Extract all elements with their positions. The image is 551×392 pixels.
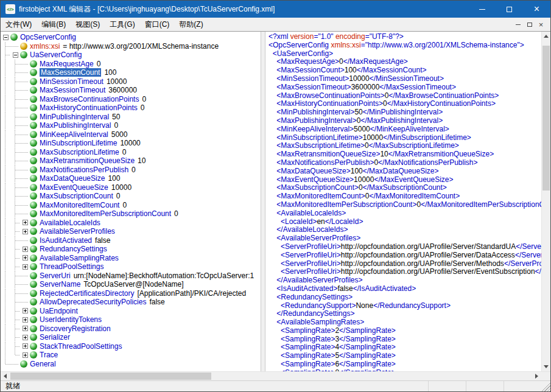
code-line: <?xml version="1.0" encoding="UTF-8"?> [268, 33, 541, 41]
element-icon [30, 175, 37, 182]
panel-splitter[interactable] [261, 32, 265, 371]
tree-item-trace[interactable]: Trace [1, 351, 261, 360]
tree-item-maxsessiontimeout[interactable]: MaxSessionTimeout3600000 [1, 86, 261, 95]
tree-item-availablesamplingrates[interactable]: AvailableSamplingRates [1, 254, 261, 263]
tree-item-servername[interactable]: ServerNameTcOpcUaServer@[NodeName] [1, 280, 261, 289]
menu-item-edit[interactable]: 编辑(B) [37, 18, 71, 32]
code-line: <MaxNotificationsPerPublish>0</MaxNotifi… [268, 159, 541, 167]
tree-guide [1, 360, 10, 369]
expand-icon[interactable] [23, 317, 28, 323]
horizontal-scroll-track[interactable] [10, 372, 532, 380]
mdi-minimize-button[interactable] [512, 19, 524, 30]
code-line: <MaxPublishingInterval>0</MaxPublishingI… [268, 117, 541, 125]
menu-item-file[interactable]: 文件(W) [1, 18, 37, 32]
tree-item-maxretransmitionqueuesize[interactable]: MaxRetransmitionQueueSize10 [1, 156, 261, 166]
expand-icon[interactable] [23, 343, 28, 349]
tree-item-useridentitytokens[interactable]: UserIdentityTokens [1, 315, 261, 324]
tree-item-maxsubscriptioncount[interactable]: MaxSubscriptionCount0 [1, 192, 261, 201]
mdi-restore-button[interactable] [524, 19, 535, 30]
node-value: 100 [104, 68, 116, 77]
node-name: MinSubscriptionLifetime [40, 139, 117, 147]
expand-icon[interactable] [23, 308, 28, 313]
expand-icon[interactable] [23, 247, 28, 252]
close-icon: × [534, 4, 539, 14]
menu-item-window[interactable]: 窗口(C) [140, 18, 175, 32]
close-button[interactable]: × [523, 1, 550, 18]
scroll-right-button[interactable] [532, 372, 541, 380]
node-name: MaxMonitoredItemPerSubscriptionCount [40, 209, 171, 218]
tree-item-minsubscriptionlifetime[interactable]: MinSubscriptionLifetime10000 [1, 139, 261, 148]
horizontal-scroll-thumb[interactable] [10, 373, 211, 380]
vertical-scrollbar[interactable] [541, 32, 550, 371]
scroll-up-button[interactable] [542, 32, 550, 41]
tree-item-stackthreadpoolsettings[interactable]: StackThreadPoolSettings [1, 342, 261, 351]
tree-item-maxpublishinginterval[interactable]: MaxPublishingInterval0 [1, 121, 261, 130]
tree-item-uaserverconfig[interactable]: UaServerConfig [1, 51, 261, 60]
tree-item-serveruri[interactable]: ServerUriurn:[NodeName]:BeckhoffAutomati… [1, 271, 261, 281]
expand-icon[interactable] [23, 264, 28, 270]
node-name: ThreadPoolSettings [40, 262, 104, 271]
tree-guide [1, 68, 10, 77]
tree-item-minpublishinginterval[interactable]: MinPublishingInterval50 [1, 113, 261, 122]
expand-icon[interactable] [23, 352, 28, 358]
tree-item-maxnotificationsperpublish[interactable]: MaxNotificationsPerPublish0 [1, 166, 261, 175]
tree-guide [10, 201, 20, 210]
tree-item-maxeventqueuesize[interactable]: MaxEventQueueSize10000 [1, 183, 261, 192]
scroll-down-button[interactable] [542, 362, 550, 371]
tree-item-serializer[interactable]: Serializer [1, 333, 261, 342]
code-line: <MaxSessionCount>100</MaxSessionCount> [268, 66, 541, 75]
tree-item-rejectedcertificatesdirectory[interactable]: RejectedCertificatesDirectory[Applicatio… [1, 289, 261, 298]
tree-item-xmlns-xsi[interactable]: xmlns:xsi= http://www.w3.org/2001/XMLSch… [1, 42, 261, 51]
tree-item-maxbrowsecontinuationpoints[interactable]: MaxBrowseContinuationPoints0 [1, 95, 261, 104]
menu-item-tools[interactable]: 工具(G) [105, 18, 139, 32]
tree-item-maxmonitoreditemcount[interactable]: MaxMonitoredItemCount0 [1, 201, 261, 210]
menu-item-help[interactable]: 帮助(Z) [174, 18, 208, 32]
tree-guide [10, 315, 20, 324]
tree-item-threadpoolsettings[interactable]: ThreadPoolSettings [1, 262, 261, 271]
tree-item-isauditactivated[interactable]: IsAuditActivatedfalse [1, 236, 261, 245]
xml-tree-panel[interactable]: OpcServerConfigxmlns:xsi= http://www.w3.… [1, 32, 261, 371]
tree-guide [1, 280, 10, 289]
tree-item-maxdataqueuesize[interactable]: MaxDataQueueSize100 [1, 174, 261, 183]
tree-item-maxsubscriptionlifetime[interactable]: MaxSubscriptionLifetime0 [1, 148, 261, 157]
expand-icon[interactable] [23, 335, 28, 340]
tree-item-discoveryregistration[interactable]: DiscoveryRegistration [1, 324, 261, 334]
tree-item-allowdeprecatedsecuritypolicies[interactable]: AllowDeprecatedSecurityPoliciesfalse [1, 298, 261, 307]
tree-item-maxhistorycontinuationpoints[interactable]: MaxHistoryContinuationPoints0 [1, 103, 261, 113]
tree-item-availableserverprofiles[interactable]: AvailableServerProfiles [1, 227, 261, 236]
expand-icon[interactable] [23, 220, 28, 225]
code-line: <LocaleId>en</LocaleId> [268, 218, 541, 226]
minimize-button[interactable] [468, 1, 496, 18]
tree-gutter [20, 315, 30, 324]
tree-item-uaendpoint[interactable]: UaEndpoint [1, 307, 261, 316]
tree-item-minkeepaliveinterval[interactable]: MinKeepAliveInterval5000 [1, 130, 261, 139]
tree-item-availablelocaleids[interactable]: AvailableLocaleIds [1, 219, 261, 228]
vertical-scroll-thumb[interactable] [542, 46, 550, 191]
tree-item-maxsessioncount[interactable]: MaxSessionCount100 [1, 68, 261, 77]
node-name: AllowDeprecatedSecurityPolicies [40, 298, 146, 306]
code-line: <SamplingRate>4</SamplingRate> [268, 343, 541, 352]
tree-item-opcserverconfig[interactable]: OpcServerConfig [1, 33, 261, 42]
tree-item-maxrequestage[interactable]: MaxRequestAge0 [1, 60, 261, 69]
vertical-scroll-track[interactable] [542, 41, 550, 362]
horizontal-scrollbar[interactable] [1, 372, 541, 380]
tree-item-minsessiontimeout[interactable]: MinSessionTimeout10000 [1, 77, 261, 86]
resize-grip[interactable] [541, 382, 550, 391]
node-name: Serializer [40, 333, 70, 341]
tree-item-general[interactable]: General [1, 360, 261, 369]
maximize-button[interactable] [496, 1, 523, 18]
tree-guide [1, 324, 10, 334]
expand-icon[interactable] [23, 229, 28, 234]
expand-icon[interactable] [23, 255, 28, 261]
tree-item-maxmonitoreditempersubscriptioncount[interactable]: MaxMonitoredItemPerSubscriptionCount0 [1, 209, 261, 219]
tree-guide [10, 121, 20, 130]
expand-icon[interactable] [23, 326, 28, 331]
xml-source-panel[interactable]: <?xml version="1.0" encoding="UTF-8"?><O… [265, 32, 541, 371]
menu-item-view[interactable]: 视图(S) [71, 18, 105, 32]
tree-guide [1, 254, 10, 263]
scroll-left-button[interactable] [1, 372, 10, 380]
tree-item-redundancysettings[interactable]: RedundancySettings [1, 245, 261, 254]
collapse-icon[interactable] [3, 35, 9, 40]
collapse-icon[interactable] [13, 52, 18, 58]
mdi-close-button[interactable]: × [535, 19, 547, 30]
